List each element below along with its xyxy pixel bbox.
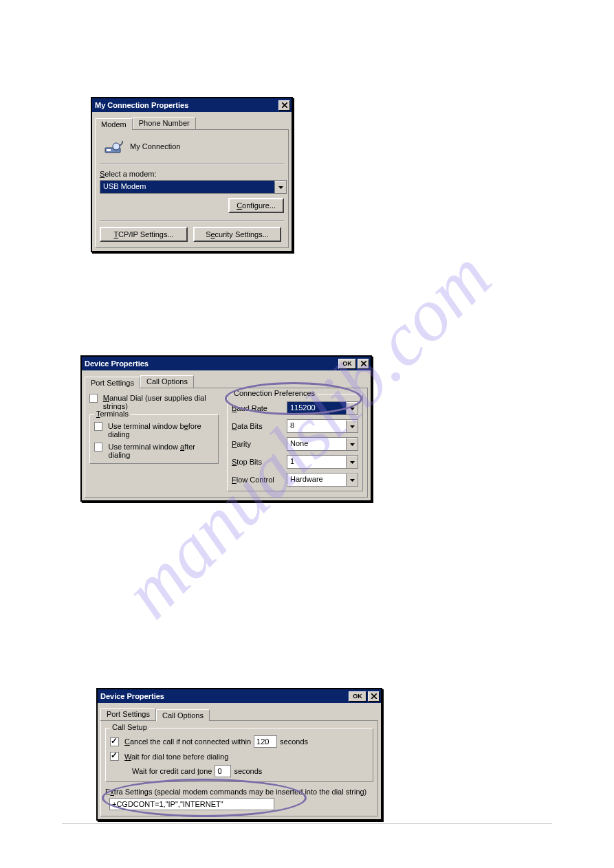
- parity-label: Parity: [232, 440, 287, 448]
- dropdown-arrow-icon[interactable]: [346, 456, 358, 468]
- ok-button[interactable]: OK: [338, 359, 356, 369]
- terminal-before-checkbox[interactable]: [94, 422, 102, 431]
- baud-rate-label: Baud Rate: [232, 404, 287, 412]
- tcpip-settings-button[interactable]: TCP/IP Settings...: [100, 227, 188, 242]
- data-bits-label: Data Bits: [232, 422, 287, 430]
- extra-settings-label: Extra Settings (special modem commands m…: [105, 788, 373, 796]
- baud-rate-value: 115200: [287, 402, 346, 414]
- svg-rect-1: [107, 149, 111, 151]
- close-button[interactable]: [368, 691, 380, 702]
- title-text: Device Properties: [100, 692, 164, 700]
- terminal-after-label: Use terminal window after dialing: [108, 443, 214, 459]
- dropdown-arrow-icon[interactable]: [346, 474, 358, 486]
- connection-name: My Connection: [130, 142, 180, 151]
- titlebar: My Connection Properties: [92, 98, 292, 112]
- tab-port-settings[interactable]: Port Settings: [85, 377, 140, 388]
- stop-bits-value: 1: [287, 456, 346, 468]
- my-connection-properties-window: My Connection Properties Modem Phone Num…: [91, 97, 293, 252]
- device-properties-port-window: Device Properties OK Port Settings Call …: [80, 355, 372, 502]
- call-setup-group: Call Setup Cancel the call if not connec…: [105, 728, 373, 782]
- close-button[interactable]: [278, 100, 290, 111]
- cancel-call-label: Cancel the call if not connected within: [124, 737, 251, 746]
- tab-strip: Modem Phone Number: [95, 115, 289, 130]
- dropdown-arrow-icon[interactable]: [346, 420, 358, 432]
- terminal-after-checkbox[interactable]: [94, 443, 102, 452]
- data-bits-value: 8: [287, 420, 346, 432]
- terminals-group: Terminals Use terminal window before dia…: [89, 414, 219, 464]
- wait-dial-tone-checkbox[interactable]: [110, 752, 119, 761]
- select-modem-label: SSelect a modem:elect a modem:: [100, 170, 284, 178]
- call-setup-legend: Call Setup: [110, 723, 149, 731]
- dropdown-arrow-icon[interactable]: [346, 438, 358, 450]
- manual-dial-label: Manual Dial (user supplies dial strings): [103, 394, 219, 410]
- cancel-seconds-input[interactable]: [254, 735, 277, 748]
- modem-icon: [104, 138, 124, 155]
- extra-settings-input[interactable]: [109, 798, 274, 810]
- terminal-before-label: Use terminal window before dialing: [108, 422, 214, 438]
- ok-button[interactable]: OK: [349, 691, 366, 702]
- wait-dial-tone-label: Wait for dial tone before dialing: [124, 753, 228, 761]
- dropdown-arrow-icon[interactable]: [274, 181, 286, 193]
- tab-modem[interactable]: Modem: [95, 118, 133, 130]
- title-text: My Connection Properties: [95, 101, 188, 109]
- stop-bits-label: Stop Bits: [232, 458, 287, 466]
- device-properties-call-window: Device Properties OK Port Settings Call …: [96, 688, 382, 821]
- security-settings-button[interactable]: Security Settings...: [193, 227, 281, 242]
- flow-control-label: Flow Control: [232, 476, 287, 484]
- terminals-legend: Terminals: [94, 410, 131, 418]
- parity-value: None: [287, 438, 346, 450]
- connection-preferences-group: Connection Preferences Baud Rate 115200 …: [227, 394, 363, 491]
- svg-point-2: [113, 143, 120, 150]
- parity-select[interactable]: None: [287, 437, 358, 451]
- stop-bits-select[interactable]: 1: [287, 455, 358, 469]
- seconds-label: seconds: [280, 737, 308, 746]
- tab-phone-number[interactable]: Phone Number: [133, 117, 196, 129]
- connection-preferences-legend: Connection Preferences: [232, 389, 317, 397]
- title-text: Device Properties: [85, 359, 149, 368]
- manual-dial-checkbox[interactable]: [89, 394, 98, 403]
- data-bits-select[interactable]: 8: [287, 419, 358, 433]
- titlebar: Device Properties OK: [82, 357, 371, 370]
- flow-control-value: Hardware: [287, 474, 346, 486]
- modem-selected-value: USB Modem: [100, 181, 274, 193]
- tab-strip: Port Settings Call Options: [100, 706, 378, 721]
- credit-tone-input[interactable]: [215, 765, 231, 777]
- cancel-call-checkbox[interactable]: [110, 737, 119, 746]
- configure-button[interactable]: Configure...: [228, 198, 284, 213]
- tab-strip: Port Settings Call Options: [85, 373, 368, 388]
- tab-call-options[interactable]: Call Options: [156, 709, 210, 721]
- tab-call-options[interactable]: Call Options: [140, 375, 194, 388]
- credit-tone-label: Wait for credit card tone: [132, 767, 212, 775]
- close-button[interactable]: [358, 359, 369, 369]
- seconds-label-2: seconds: [234, 767, 262, 775]
- titlebar: Device Properties OK: [98, 689, 381, 703]
- page-divider: [62, 823, 552, 824]
- dropdown-arrow-icon[interactable]: [346, 402, 358, 414]
- modem-select[interactable]: USB Modem: [100, 180, 287, 194]
- flow-control-select[interactable]: Hardware: [287, 473, 358, 487]
- tab-port-settings[interactable]: Port Settings: [100, 708, 156, 720]
- baud-rate-select[interactable]: 115200: [287, 401, 358, 415]
